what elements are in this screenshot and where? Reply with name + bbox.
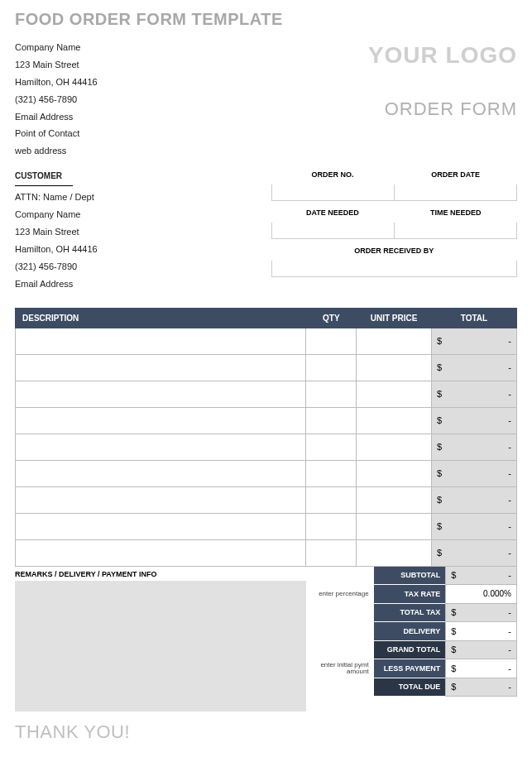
order-date-field[interactable] [395,184,517,201]
table-row: $- [16,513,517,539]
customer-company[interactable]: Company Name [15,206,256,223]
item-price-cell[interactable] [357,354,432,381]
less-payment-label: LESS PAYMENT [374,659,446,678]
less-payment-field[interactable]: $- [445,659,517,678]
item-qty-cell[interactable] [306,460,357,486]
remarks-field[interactable] [15,581,306,711]
totals-block: SUBTOTAL $- enter percentage TAX RATE 0.… [306,567,517,711]
customer-section-label: CUSTOMER [15,168,73,186]
table-row: $- [16,381,517,407]
customer-attn[interactable]: ATTN: Name / Dept [15,189,256,206]
delivery-label: DELIVERY [374,622,446,641]
table-row: $- [16,354,517,381]
item-qty-cell[interactable] [306,381,357,407]
item-qty-cell[interactable] [306,539,357,566]
tax-rate-field[interactable]: 0.000% [445,585,517,604]
tax-rate-hint: enter percentage [306,585,374,604]
item-total-cell: $- [431,381,516,407]
customer-street[interactable]: 123 Main Street [15,223,256,241]
company-name[interactable]: Company Name [15,39,98,56]
received-by-field[interactable] [271,261,517,277]
table-row: $- [16,539,517,566]
received-by-label: ORDER RECEIVED BY [271,244,517,257]
col-header-unit-price: UNIT PRICE [357,308,432,328]
less-payment-hint: enter initial pymt amount [306,659,374,678]
company-web[interactable]: web address [15,142,98,160]
time-needed-field[interactable] [395,223,517,239]
col-header-qty: QTY [306,308,357,328]
col-header-total: TOTAL [431,308,516,328]
item-description-cell[interactable] [16,434,306,460]
customer-city[interactable]: Hamilton, OH 44416 [15,241,256,258]
item-description-cell[interactable] [16,354,306,381]
item-qty-cell[interactable] [306,328,357,354]
company-phone[interactable]: (321) 456-7890 [15,91,98,108]
table-row: $- [16,460,517,486]
item-qty-cell[interactable] [306,354,357,381]
company-street[interactable]: 123 Main Street [15,56,98,74]
order-no-label: ORDER NO. [271,168,395,181]
item-total-cell: $- [431,460,516,486]
item-price-cell[interactable] [357,381,432,407]
item-description-cell[interactable] [16,328,306,354]
item-price-cell[interactable] [357,539,432,566]
grand-total-label: GRAND TOTAL [374,641,446,660]
col-header-description: DESCRIPTION [16,308,306,328]
table-row: $- [16,407,517,434]
page-title: FOOD ORDER FORM TEMPLATE [15,10,517,29]
tax-rate-label: TAX RATE [374,585,446,604]
customer-phone[interactable]: (321) 456-7890 [15,258,256,275]
time-needed-label: TIME NEEDED [394,206,517,219]
remarks-label: REMARKS / DELIVERY / PAYMENT INFO [15,567,306,581]
item-price-cell[interactable] [357,486,432,513]
thank-you-text: THANK YOU! [15,721,517,743]
order-date-label: ORDER DATE [394,168,517,181]
subtotal-label: SUBTOTAL [374,567,446,586]
table-row: $- [16,328,517,354]
item-qty-cell[interactable] [306,407,357,434]
delivery-field[interactable]: $- [445,622,517,641]
item-total-cell: $- [431,513,516,539]
order-no-field[interactable] [271,184,395,201]
item-price-cell[interactable] [357,407,432,434]
items-table: DESCRIPTION QTY UNIT PRICE TOTAL $-$-$-$… [15,308,517,567]
item-description-cell[interactable] [16,539,306,566]
logo-placeholder: YOUR LOGO [368,42,517,69]
company-email[interactable]: Email Address [15,108,98,126]
total-due-value: $- [445,678,517,697]
total-due-label: TOTAL DUE [374,678,446,697]
item-description-cell[interactable] [16,381,306,407]
item-price-cell[interactable] [357,513,432,539]
item-total-cell: $- [431,486,516,513]
item-total-cell: $- [431,407,516,434]
table-row: $- [16,434,517,460]
total-tax-label: TOTAL TAX [374,604,446,623]
item-description-cell[interactable] [16,486,306,513]
grand-total-value: $- [445,641,517,660]
item-qty-cell[interactable] [306,486,357,513]
date-needed-label: DATE NEEDED [271,206,395,219]
item-price-cell[interactable] [357,328,432,354]
item-qty-cell[interactable] [306,513,357,539]
item-total-cell: $- [431,434,516,460]
company-info-block: Company Name 123 Main Street Hamilton, O… [15,39,98,160]
item-description-cell[interactable] [16,460,306,486]
item-total-cell: $- [431,539,516,566]
company-contact[interactable]: Point of Contact [15,125,98,142]
table-row: $- [16,486,517,513]
item-qty-cell[interactable] [306,434,357,460]
subtotal-value: $- [445,567,517,586]
customer-email[interactable]: Email Address [15,275,256,293]
item-total-cell: $- [431,354,516,381]
total-tax-value: $- [445,604,517,623]
item-price-cell[interactable] [357,434,432,460]
item-total-cell: $- [431,328,516,354]
item-description-cell[interactable] [16,513,306,539]
item-price-cell[interactable] [357,460,432,486]
order-form-heading: ORDER FORM [368,98,517,120]
date-needed-field[interactable] [271,223,395,239]
item-description-cell[interactable] [16,407,306,434]
company-city[interactable]: Hamilton, OH 44416 [15,74,98,91]
